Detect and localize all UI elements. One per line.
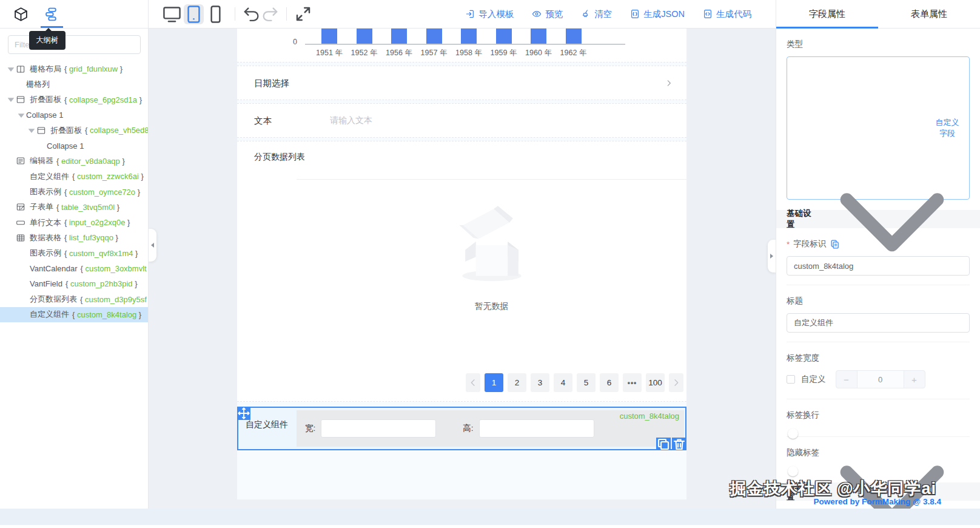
drag-handle[interactable] <box>237 407 250 420</box>
footer-strip <box>0 509 980 525</box>
collapse-right-panel-handle[interactable] <box>768 240 776 272</box>
powered-by-text: Powered by FormMaking @ 3.8.4 <box>814 497 941 506</box>
chart-bar <box>357 29 372 44</box>
caret-down-icon[interactable] <box>27 126 36 135</box>
tree-item-label: 数据表格 <box>30 232 61 243</box>
fullscreen-button[interactable] <box>294 5 312 23</box>
text-field-widget[interactable]: 文本 请输入文本 <box>237 103 686 138</box>
action-json-button[interactable]: 生成JSON <box>630 8 685 20</box>
page-button-2[interactable]: 2 <box>508 373 526 392</box>
outline-tree: 栅格布局{ grid_fdunlxuw }栅格列折叠面板{ collapse_6… <box>0 61 148 322</box>
tree-item-label: 图表示例 <box>30 248 61 259</box>
field-properties-panel: 类型 自定义字段 基础设置 * 字段标识 标题 <box>776 29 980 509</box>
collapse-left-panel-handle[interactable] <box>149 229 156 262</box>
header-actions: 导入模板预览清空生成JSON生成代码 <box>465 8 762 20</box>
action-label: 生成JSON <box>643 8 685 20</box>
tree-item-Collapse 1[interactable]: Collapse 1 <box>0 107 148 123</box>
tree-item-input_o2g2xq0e[interactable]: 单行文本{ input_o2g2xq0e } <box>0 215 148 230</box>
tree-item-栅格列[interactable]: 栅格列 <box>0 76 148 92</box>
paged-list-widget[interactable]: 分页数据列表 暂无数据 123456•••100 <box>237 141 686 402</box>
caret-down-icon[interactable] <box>6 95 16 104</box>
label-width-stepper: − 0 + <box>836 370 925 388</box>
tree-item-list_fuf3yqqo[interactable]: 数据表格{ list_fuf3yqqo } <box>0 230 148 245</box>
outline-tree-button[interactable] <box>44 0 59 28</box>
width-input[interactable] <box>321 419 436 438</box>
tree-item-custom_oymce72o[interactable]: 图表示例{ custom_oymce72o } <box>0 184 148 199</box>
tree-item-label: 自定义组件 <box>30 171 69 182</box>
device-desktop-button[interactable] <box>162 4 182 24</box>
field-id-input[interactable] <box>787 256 970 276</box>
caret-down-icon[interactable] <box>16 110 26 120</box>
tree-item-editor_v8da0aqp[interactable]: 编辑器{ editor_v8da0aqp } <box>0 154 148 169</box>
tab-field-properties[interactable]: 字段属性 <box>776 0 878 28</box>
tree-item-grid_fdunlxuw[interactable]: 栅格布局{ grid_fdunlxuw } <box>0 61 148 76</box>
tree-item-table_3tvq5m0l[interactable]: 子表单{ table_3tvq5m0l } <box>0 200 148 215</box>
page-button-4[interactable]: 4 <box>554 373 572 392</box>
page-button-100[interactable]: 100 <box>646 373 665 392</box>
tree-item-custom_p2hb3pid[interactable]: VantField{ custom_p2hb3pid } <box>0 276 148 291</box>
redo-button[interactable] <box>261 5 279 23</box>
custom-widget-selected[interactable]: 自定义组件 宽: 高: custom_8k4talog <box>237 407 686 450</box>
outline-sidebar: 栅格布局{ grid_fdunlxuw }栅格列折叠面板{ collapse_6… <box>0 29 149 509</box>
tab-form-properties[interactable]: 表单属性 <box>878 0 980 28</box>
prev-page-button[interactable] <box>466 373 480 392</box>
watermark-text: 掘金技术社区 @小华同学ai <box>730 478 936 499</box>
tree-item-custom_qvf8x1m4[interactable]: 图表示例{ custom_qvf8x1m4 } <box>0 246 148 261</box>
tree-item-label: 编辑器 <box>30 155 53 166</box>
tree-item-collapse_vh5ed878[interactable]: 折叠面板{ collapse_vh5ed878 } <box>0 123 148 138</box>
undo-button[interactable] <box>243 5 261 23</box>
import-icon <box>465 9 475 19</box>
triangle-right-icon <box>770 254 773 259</box>
tree-item-Collapse 1[interactable]: Collapse 1 <box>0 138 148 153</box>
page-button-6[interactable]: 6 <box>600 373 619 392</box>
puzzle-icon <box>16 294 25 304</box>
triangle-left-icon <box>151 243 154 248</box>
custom-width-checkbox[interactable] <box>787 375 795 384</box>
page-button-1[interactable]: 1 <box>485 373 503 392</box>
tree-item-custom_8k4talog[interactable]: 自定义组件{ custom_8k4talog } <box>0 307 148 322</box>
device-phone-button[interactable] <box>206 4 226 24</box>
tree-item-custom_d3p9y5sf[interactable]: 分页数据列表{ custom_d3p9y5sf } <box>0 291 148 306</box>
action-import-button[interactable]: 导入模板 <box>465 8 514 20</box>
chart-bar <box>496 29 512 44</box>
tree-item-id: { custom_8k4talog } <box>72 310 141 319</box>
puzzle-icon <box>16 172 25 181</box>
tree-item-label: 折叠面板 <box>50 125 82 136</box>
filter-input[interactable] <box>8 35 141 54</box>
tree-item-custom_zzwck6ai[interactable]: 自定义组件{ custom_zzwck6ai } <box>0 169 148 184</box>
next-page-button[interactable] <box>669 373 683 392</box>
tree-item-label: 折叠面板 <box>30 94 61 105</box>
trash-icon <box>672 437 686 452</box>
redo-icon <box>261 5 279 23</box>
tree-item-collapse_6pg2sd1a[interactable]: 折叠面板{ collapse_6pg2sd1a } <box>0 92 148 107</box>
device-tablet-button[interactable] <box>184 4 204 24</box>
action-code-button[interactable]: 生成代码 <box>703 8 751 20</box>
page-button-3[interactable]: 3 <box>531 373 549 392</box>
tree-item-custom_3oxbmvlt[interactable]: VantCalendar{ custom_3oxbmvlt } <box>0 261 148 276</box>
date-picker-widget[interactable]: 日期选择 <box>237 66 686 100</box>
title-input[interactable] <box>787 313 970 333</box>
toolbar-divider <box>286 7 287 21</box>
empty-state-text: 暂无数据 <box>441 301 542 312</box>
stepper-increase-button[interactable]: + <box>904 371 925 388</box>
copy-id-icon[interactable] <box>830 239 840 249</box>
delete-widget-button[interactable] <box>672 438 686 450</box>
action-label: 导入模板 <box>478 8 514 20</box>
page-button-5[interactable]: 5 <box>577 373 596 392</box>
stepper-value[interactable]: 0 <box>857 371 904 388</box>
caret-down-icon[interactable] <box>6 64 16 74</box>
type-label: 类型 <box>787 39 970 50</box>
height-input[interactable] <box>479 419 594 438</box>
stepper-decrease-button[interactable]: − <box>836 371 857 388</box>
copy-widget-button[interactable] <box>656 438 671 450</box>
action-eye-button[interactable]: 预览 <box>532 8 563 20</box>
action-broom-button[interactable]: 清空 <box>581 8 612 20</box>
tree-item-id: { custom_3oxbmvlt } <box>81 264 149 273</box>
chart-widget[interactable]: 0 1951 年1952 年1956 年1957 年1958 年1959 年19… <box>237 29 686 63</box>
chart-x-axis <box>305 44 625 45</box>
design-canvas[interactable]: 0 1951 年1952 年1956 年1957 年1958 年1959 年19… <box>149 29 776 509</box>
chart-x-tick-label: 1957 年 <box>421 48 448 58</box>
editor-icon <box>16 156 25 166</box>
basic-settings-header[interactable]: 基础设置 <box>776 210 980 228</box>
page-ellipsis[interactable]: ••• <box>623 373 642 392</box>
